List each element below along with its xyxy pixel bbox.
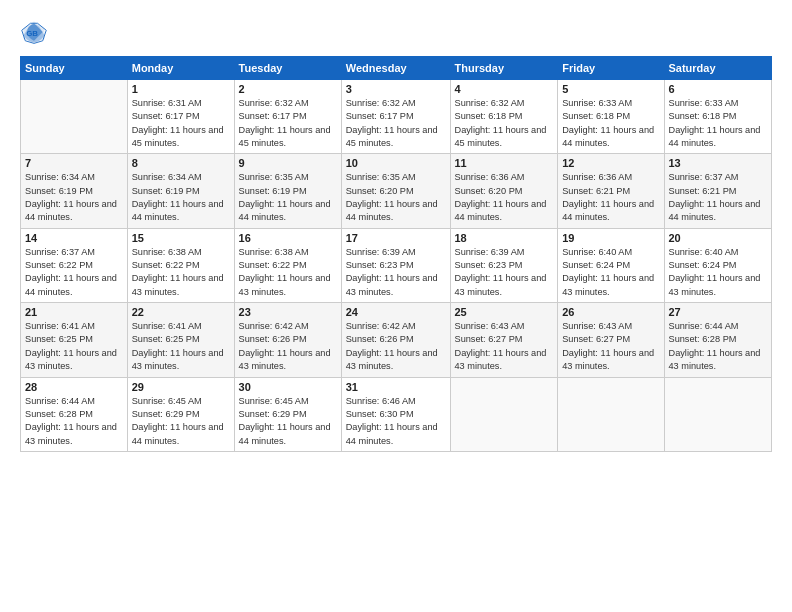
day-number: 2 xyxy=(239,83,337,95)
weekday-wednesday: Wednesday xyxy=(341,57,450,80)
day-info: Sunrise: 6:34 AMSunset: 6:19 PMDaylight:… xyxy=(25,171,123,224)
calendar-cell: 20Sunrise: 6:40 AMSunset: 6:24 PMDayligh… xyxy=(664,228,772,302)
day-info: Sunrise: 6:33 AMSunset: 6:18 PMDaylight:… xyxy=(669,97,768,150)
day-info: Sunrise: 6:39 AMSunset: 6:23 PMDaylight:… xyxy=(455,246,554,299)
day-info: Sunrise: 6:45 AMSunset: 6:29 PMDaylight:… xyxy=(132,395,230,448)
week-row-5: 28Sunrise: 6:44 AMSunset: 6:28 PMDayligh… xyxy=(21,377,772,451)
day-info: Sunrise: 6:44 AMSunset: 6:28 PMDaylight:… xyxy=(669,320,768,373)
day-info: Sunrise: 6:33 AMSunset: 6:18 PMDaylight:… xyxy=(562,97,659,150)
logo: GB xyxy=(20,18,52,46)
calendar-cell: 19Sunrise: 6:40 AMSunset: 6:24 PMDayligh… xyxy=(558,228,664,302)
day-number: 5 xyxy=(562,83,659,95)
calendar-cell: 6Sunrise: 6:33 AMSunset: 6:18 PMDaylight… xyxy=(664,80,772,154)
day-number: 31 xyxy=(346,381,446,393)
calendar-cell: 10Sunrise: 6:35 AMSunset: 6:20 PMDayligh… xyxy=(341,154,450,228)
calendar-cell: 13Sunrise: 6:37 AMSunset: 6:21 PMDayligh… xyxy=(664,154,772,228)
day-number: 24 xyxy=(346,306,446,318)
day-number: 8 xyxy=(132,157,230,169)
day-number: 27 xyxy=(669,306,768,318)
calendar-cell xyxy=(558,377,664,451)
calendar-cell: 14Sunrise: 6:37 AMSunset: 6:22 PMDayligh… xyxy=(21,228,128,302)
day-number: 18 xyxy=(455,232,554,244)
day-number: 4 xyxy=(455,83,554,95)
day-number: 1 xyxy=(132,83,230,95)
day-info: Sunrise: 6:46 AMSunset: 6:30 PMDaylight:… xyxy=(346,395,446,448)
day-info: Sunrise: 6:40 AMSunset: 6:24 PMDaylight:… xyxy=(669,246,768,299)
day-number: 3 xyxy=(346,83,446,95)
calendar: SundayMondayTuesdayWednesdayThursdayFrid… xyxy=(20,56,772,452)
calendar-cell: 17Sunrise: 6:39 AMSunset: 6:23 PMDayligh… xyxy=(341,228,450,302)
calendar-cell: 7Sunrise: 6:34 AMSunset: 6:19 PMDaylight… xyxy=(21,154,128,228)
day-info: Sunrise: 6:43 AMSunset: 6:27 PMDaylight:… xyxy=(562,320,659,373)
calendar-cell: 24Sunrise: 6:42 AMSunset: 6:26 PMDayligh… xyxy=(341,303,450,377)
day-info: Sunrise: 6:45 AMSunset: 6:29 PMDaylight:… xyxy=(239,395,337,448)
day-info: Sunrise: 6:36 AMSunset: 6:20 PMDaylight:… xyxy=(455,171,554,224)
day-number: 14 xyxy=(25,232,123,244)
day-number: 16 xyxy=(239,232,337,244)
calendar-cell: 9Sunrise: 6:35 AMSunset: 6:19 PMDaylight… xyxy=(234,154,341,228)
weekday-saturday: Saturday xyxy=(664,57,772,80)
calendar-cell: 23Sunrise: 6:42 AMSunset: 6:26 PMDayligh… xyxy=(234,303,341,377)
calendar-cell: 27Sunrise: 6:44 AMSunset: 6:28 PMDayligh… xyxy=(664,303,772,377)
week-row-1: 1Sunrise: 6:31 AMSunset: 6:17 PMDaylight… xyxy=(21,80,772,154)
calendar-cell: 18Sunrise: 6:39 AMSunset: 6:23 PMDayligh… xyxy=(450,228,558,302)
day-info: Sunrise: 6:35 AMSunset: 6:19 PMDaylight:… xyxy=(239,171,337,224)
day-info: Sunrise: 6:32 AMSunset: 6:17 PMDaylight:… xyxy=(239,97,337,150)
svg-text:GB: GB xyxy=(26,29,38,38)
calendar-cell: 2Sunrise: 6:32 AMSunset: 6:17 PMDaylight… xyxy=(234,80,341,154)
week-row-3: 14Sunrise: 6:37 AMSunset: 6:22 PMDayligh… xyxy=(21,228,772,302)
calendar-cell: 31Sunrise: 6:46 AMSunset: 6:30 PMDayligh… xyxy=(341,377,450,451)
day-info: Sunrise: 6:43 AMSunset: 6:27 PMDaylight:… xyxy=(455,320,554,373)
calendar-cell: 25Sunrise: 6:43 AMSunset: 6:27 PMDayligh… xyxy=(450,303,558,377)
calendar-cell: 12Sunrise: 6:36 AMSunset: 6:21 PMDayligh… xyxy=(558,154,664,228)
day-info: Sunrise: 6:37 AMSunset: 6:21 PMDaylight:… xyxy=(669,171,768,224)
header: GB xyxy=(20,18,772,46)
weekday-friday: Friday xyxy=(558,57,664,80)
day-info: Sunrise: 6:37 AMSunset: 6:22 PMDaylight:… xyxy=(25,246,123,299)
day-info: Sunrise: 6:35 AMSunset: 6:20 PMDaylight:… xyxy=(346,171,446,224)
day-number: 29 xyxy=(132,381,230,393)
weekday-sunday: Sunday xyxy=(21,57,128,80)
day-info: Sunrise: 6:38 AMSunset: 6:22 PMDaylight:… xyxy=(132,246,230,299)
calendar-cell xyxy=(21,80,128,154)
day-number: 26 xyxy=(562,306,659,318)
day-number: 20 xyxy=(669,232,768,244)
calendar-cell: 15Sunrise: 6:38 AMSunset: 6:22 PMDayligh… xyxy=(127,228,234,302)
calendar-cell: 26Sunrise: 6:43 AMSunset: 6:27 PMDayligh… xyxy=(558,303,664,377)
day-number: 19 xyxy=(562,232,659,244)
week-row-2: 7Sunrise: 6:34 AMSunset: 6:19 PMDaylight… xyxy=(21,154,772,228)
day-info: Sunrise: 6:38 AMSunset: 6:22 PMDaylight:… xyxy=(239,246,337,299)
day-number: 11 xyxy=(455,157,554,169)
day-number: 13 xyxy=(669,157,768,169)
calendar-cell xyxy=(450,377,558,451)
day-info: Sunrise: 6:40 AMSunset: 6:24 PMDaylight:… xyxy=(562,246,659,299)
day-info: Sunrise: 6:39 AMSunset: 6:23 PMDaylight:… xyxy=(346,246,446,299)
day-number: 12 xyxy=(562,157,659,169)
day-number: 17 xyxy=(346,232,446,244)
day-number: 15 xyxy=(132,232,230,244)
weekday-header-row: SundayMondayTuesdayWednesdayThursdayFrid… xyxy=(21,57,772,80)
day-number: 10 xyxy=(346,157,446,169)
calendar-cell: 29Sunrise: 6:45 AMSunset: 6:29 PMDayligh… xyxy=(127,377,234,451)
day-number: 9 xyxy=(239,157,337,169)
day-number: 30 xyxy=(239,381,337,393)
day-info: Sunrise: 6:32 AMSunset: 6:17 PMDaylight:… xyxy=(346,97,446,150)
day-number: 21 xyxy=(25,306,123,318)
calendar-cell: 8Sunrise: 6:34 AMSunset: 6:19 PMDaylight… xyxy=(127,154,234,228)
calendar-cell: 4Sunrise: 6:32 AMSunset: 6:18 PMDaylight… xyxy=(450,80,558,154)
day-info: Sunrise: 6:32 AMSunset: 6:18 PMDaylight:… xyxy=(455,97,554,150)
page: GB SundayMondayTuesdayWednesdayThursdayF… xyxy=(0,0,792,612)
day-info: Sunrise: 6:42 AMSunset: 6:26 PMDaylight:… xyxy=(239,320,337,373)
calendar-cell: 30Sunrise: 6:45 AMSunset: 6:29 PMDayligh… xyxy=(234,377,341,451)
weekday-monday: Monday xyxy=(127,57,234,80)
day-info: Sunrise: 6:31 AMSunset: 6:17 PMDaylight:… xyxy=(132,97,230,150)
logo-icon: GB xyxy=(20,18,48,46)
weekday-thursday: Thursday xyxy=(450,57,558,80)
weekday-tuesday: Tuesday xyxy=(234,57,341,80)
calendar-cell xyxy=(664,377,772,451)
day-number: 22 xyxy=(132,306,230,318)
calendar-cell: 1Sunrise: 6:31 AMSunset: 6:17 PMDaylight… xyxy=(127,80,234,154)
day-number: 23 xyxy=(239,306,337,318)
day-info: Sunrise: 6:41 AMSunset: 6:25 PMDaylight:… xyxy=(132,320,230,373)
day-info: Sunrise: 6:41 AMSunset: 6:25 PMDaylight:… xyxy=(25,320,123,373)
